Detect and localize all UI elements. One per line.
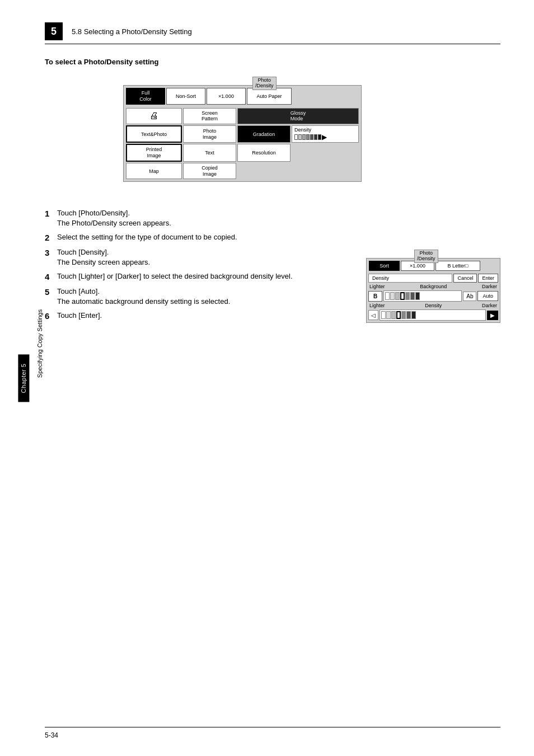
darker-density-label: Darker xyxy=(482,303,497,308)
step-6: 6 Touch [Enter]. xyxy=(45,311,355,321)
density-slider-row: ◁ ▶ xyxy=(368,309,498,321)
bottom-ui-wrapper: Photo/Density Sort ×1.000 B Letter□ Dens… xyxy=(366,248,500,323)
page-number: 5-34 xyxy=(45,731,58,739)
step-4-number: 4 xyxy=(45,272,57,281)
sort-btn[interactable]: Sort xyxy=(369,261,400,271)
step-3: 3 Touch [Density]. The Density screen ap… xyxy=(45,248,355,266)
x1000-btn-top[interactable]: ×1.000 xyxy=(207,88,246,105)
page-wrapper: Chapter 5 Specifying Copy Settings 5 5.8… xyxy=(0,0,534,756)
cancel-btn[interactable]: Cancel xyxy=(453,274,477,283)
bg-labels: Lighter Background Darker xyxy=(368,284,498,289)
printed-image-btn[interactable]: PrintedImage xyxy=(126,144,182,162)
step-4: 4 Touch [Lighter] or [Darker] to select … xyxy=(45,272,355,281)
density-center-label: Density xyxy=(425,303,442,308)
step-5: 5 Touch [Auto]. The automatic background… xyxy=(45,287,355,306)
step-1-number: 1 xyxy=(45,209,57,227)
page-header: 5 5.8 Selecting a Photo/Density Setting xyxy=(45,22,500,44)
density-cancel-enter-row: Density Cancel Enter xyxy=(368,274,498,283)
step-6-main: Touch [Enter]. xyxy=(57,311,102,320)
chapter-number-box: 5 xyxy=(45,22,63,40)
photo-image-btn[interactable]: PhotoImage xyxy=(183,125,236,143)
step-3-body: Touch [Density]. The Density screen appe… xyxy=(57,248,150,266)
density-label-cell: Density xyxy=(368,274,452,283)
density-lighter-btn[interactable]: ◁ xyxy=(368,310,378,320)
step-1-sub: The Photo/Density screen appears. xyxy=(57,219,171,227)
bg-lighter-btn[interactable]: B xyxy=(368,291,382,302)
steps-with-panel: 3 Touch [Density]. The Density screen ap… xyxy=(45,248,500,326)
step-6-number: 6 xyxy=(45,311,57,321)
glossy-mode-btn[interactable]: GlossyMode xyxy=(237,108,359,125)
step-2: 2 Select the setting for the type of doc… xyxy=(45,233,500,242)
step-3-sub: The Density screen appears. xyxy=(57,258,150,266)
step-1-main: Touch [Photo/Density]. xyxy=(57,209,171,217)
resolution-btn[interactable]: Resolution xyxy=(237,144,291,162)
top-ui-panel: Photo/Density FullColor Non-Sort ×1.000 … xyxy=(123,85,362,182)
map-btn[interactable]: Map xyxy=(126,163,182,180)
step-2-main: Select the setting for the type of docum… xyxy=(57,233,237,241)
steps-1-2: 1 Touch [Photo/Density]. The Photo/Densi… xyxy=(45,209,500,242)
chapter-tab: Chapter 5 xyxy=(18,354,29,402)
non-sort-btn[interactable]: Non-Sort xyxy=(166,88,205,105)
darker-bg-label: Darker xyxy=(482,284,497,289)
step-5-sub: The automatic background density setting… xyxy=(57,297,230,306)
photo-density-label-bottom: Photo/Density xyxy=(414,250,438,263)
step-1-body: Touch [Photo/Density]. The Photo/Density… xyxy=(57,209,171,227)
empty-cell-3 xyxy=(292,163,359,180)
header-title: 5.8 Selecting a Photo/Density Setting xyxy=(72,27,192,36)
step-2-number: 2 xyxy=(45,233,57,242)
enter-btn[interactable]: Enter xyxy=(478,274,498,283)
ui-body-grid: 🖨 ScreenPattern GlossyMode Text&Photo Ph… xyxy=(124,106,361,182)
bottom-ui-body: Density Cancel Enter Lighter Background … xyxy=(367,272,500,322)
step-2-body: Select the setting for the type of docum… xyxy=(57,233,237,242)
steps-left-col: 3 Touch [Density]. The Density screen ap… xyxy=(45,248,355,326)
section-heading: To select a Photo/Density setting xyxy=(45,58,500,66)
step-5-main: Touch [Auto]. xyxy=(57,287,230,295)
density-slider xyxy=(380,309,486,321)
density-cell: Density ▶ xyxy=(292,125,359,143)
auto-btn[interactable]: Auto xyxy=(477,291,498,301)
density-darker-btn[interactable]: ▶ xyxy=(487,311,498,320)
empty-cell-1 xyxy=(292,144,359,162)
auto-paper-btn[interactable]: Auto Paper xyxy=(247,88,292,105)
lighter-bg-label: Lighter xyxy=(369,284,385,289)
screen-pattern-btn[interactable]: ScreenPattern xyxy=(183,108,236,125)
text-btn[interactable]: Text xyxy=(183,144,236,162)
full-color-btn[interactable]: FullColor xyxy=(126,88,165,105)
step-6-body: Touch [Enter]. xyxy=(57,311,102,321)
text-photo-btn[interactable]: Text&Photo xyxy=(126,125,182,143)
empty-cell-2 xyxy=(237,163,291,180)
gradation-btn[interactable]: Gradation xyxy=(237,125,291,143)
bottom-ui-panel: Photo/Density Sort ×1.000 B Letter□ Dens… xyxy=(366,258,500,323)
step-4-main: Touch [Lighter] or [Darker] to select th… xyxy=(57,272,293,280)
background-label: Background xyxy=(420,284,447,289)
bg-slider xyxy=(383,290,462,302)
bg-density-row: B Ab Auto xyxy=(368,290,498,302)
top-button-row: FullColor Non-Sort ×1.000 Auto Paper xyxy=(124,86,361,106)
step-1: 1 Touch [Photo/Density]. The Photo/Densi… xyxy=(45,209,500,227)
step-5-body: Touch [Auto]. The automatic background d… xyxy=(57,287,230,306)
step-4-body: Touch [Lighter] or [Darker] to select th… xyxy=(57,272,293,281)
copied-image-btn[interactable]: CopiedImage xyxy=(183,163,236,180)
step-5-number: 5 xyxy=(45,287,57,306)
lighter-density-label: Lighter xyxy=(369,303,385,308)
side-label: Specifying Copy Settings xyxy=(36,309,43,378)
ab-btn[interactable]: Ab xyxy=(463,292,476,301)
step-3-number: 3 xyxy=(45,248,57,266)
photo-density-label-top: Photo/Density xyxy=(252,77,277,90)
page-footer: 5-34 xyxy=(45,727,500,739)
b-letter-btn[interactable]: B Letter□ xyxy=(435,261,480,271)
density-labels: Lighter Density Darker xyxy=(368,303,498,308)
step-3-main: Touch [Density]. xyxy=(57,248,150,256)
icon-cell: 🖨 xyxy=(126,108,182,125)
